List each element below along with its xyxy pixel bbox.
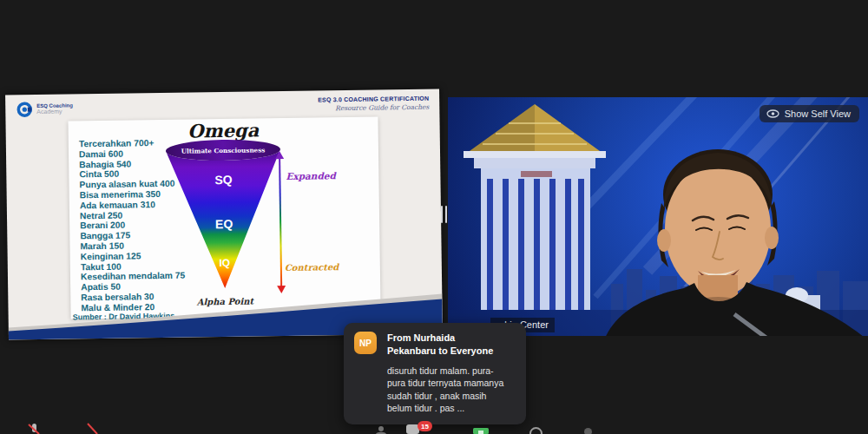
funnel-top-label: Ultimate Consciousness [181,146,266,155]
participants-icon[interactable] [375,426,387,434]
chat-message-preview: disuruh tidur malam. pura-pura tidur ter… [387,365,505,415]
funnel-zone-sq: SQ [214,173,233,187]
slide-header-subtitle: Resource Guide for Coaches [318,102,429,112]
expanded-label: Expanded [286,170,336,181]
chat-unread-badge: 15 [418,421,432,431]
funnel-zone-eq: EQ [215,217,233,231]
show-self-view-button[interactable]: Show Self View [760,105,859,122]
mic-muted-icon[interactable] [27,424,41,434]
funnel-zone-iq: IQ [219,257,230,269]
video-off-icon[interactable] [87,423,98,434]
slide-header: ESQ 3.0 COACHING CERTIFICATION Resource … [318,95,429,113]
esq-academy-logo: ESQ Coaching Academy [16,100,73,118]
participant-video: Show Self View rship Center [448,97,868,336]
logo-text-line2: Academy [36,108,73,115]
slide-content-box: Omega Tercerahkan 700+ Damai 600 Bahagia… [68,117,380,319]
consciousness-funnel-diagram: Ultimate Consciousness SQ EQ IQ [159,138,290,309]
chat-notification-popup[interactable]: NP From Nurhaida Pekanbaru to Everyone d… [344,323,526,424]
meeting-window: ESQ Coaching Academy ESQ 3.0 COACHING CE… [0,0,868,434]
pane-resize-handle[interactable] [441,206,447,223]
eye-icon [766,109,779,118]
share-screen-icon[interactable] [473,428,489,434]
record-icon[interactable] [529,427,542,434]
reactions-icon[interactable] [584,428,592,434]
show-self-view-label: Show Self View [785,108,851,119]
contracted-label: Contracted [285,262,339,273]
video-scene [448,97,868,336]
shared-screen-slide: ESQ Coaching Academy ESQ 3.0 COACHING CE… [5,89,443,340]
chat-avatar: NP [354,332,377,354]
esq-logo-icon [16,101,33,118]
chat-sender-title: From Nurhaida Pekanbaru to Everyone [387,332,500,358]
